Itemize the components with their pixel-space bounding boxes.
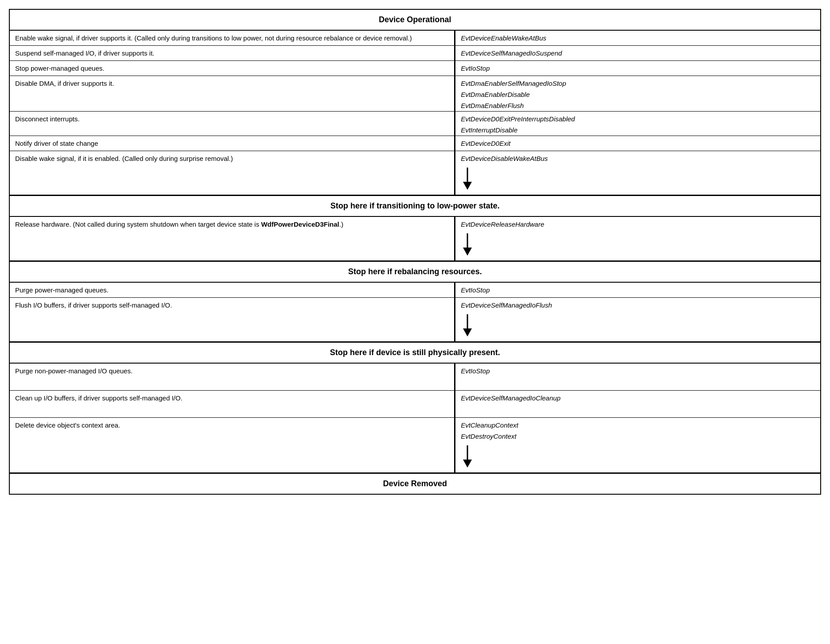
row-1-right: EvtDeviceEnableWakeAtBus: [455, 31, 820, 45]
arrow-down-icon-2: [461, 233, 474, 256]
row-9-right: EvtIoStop: [455, 283, 820, 297]
divider-3: Stop here if device is still physically …: [10, 342, 820, 364]
row-13: Delete device object's context area. Evt…: [10, 418, 820, 473]
row-11-left: Purge non-power-managed I/O queues.: [10, 364, 455, 390]
arrow-down-icon: [461, 168, 474, 190]
row-6: Notify driver of state change EvtDeviceD…: [10, 136, 820, 151]
row-3-right: EvtIoStop: [455, 61, 820, 76]
divider-1: Stop here if transitioning to low-power …: [10, 195, 820, 217]
row-2: Suspend self-managed I/O, if driver supp…: [10, 46, 820, 61]
row-1: Enable wake signal, if driver supports i…: [10, 31, 820, 46]
arrow-down-icon-3: [461, 314, 474, 336]
row-8: Release hardware. (Not called during sys…: [10, 217, 820, 261]
row-8-right: EvtDeviceReleaseHardware: [455, 217, 820, 261]
svg-marker-5: [463, 328, 472, 336]
row-12-left: Clean up I/O buffers, if driver supports…: [10, 391, 455, 417]
row-5-left: Disconnect interrupts.: [10, 112, 455, 136]
row-5-right: EvtDeviceD0ExitPreInterruptsDisabled Evt…: [455, 112, 820, 136]
row-1-left: Enable wake signal, if driver supports i…: [10, 31, 455, 45]
divider-2: Stop here if rebalancing resources.: [10, 261, 820, 283]
row-10-right: EvtDeviceSelfManagedIoFlush: [455, 298, 820, 342]
row-9: Purge power-managed queues. EvtIoStop: [10, 283, 820, 298]
row-2-left: Suspend self-managed I/O, if driver supp…: [10, 46, 455, 60]
footer-title: Device Removed: [10, 473, 820, 494]
row-13-right: EvtCleanupContext EvtDestroyContext: [455, 418, 820, 473]
row-3-left: Stop power-managed queues.: [10, 61, 455, 76]
svg-marker-1: [463, 182, 472, 190]
row-9-left: Purge power-managed queues.: [10, 283, 455, 297]
page-title: Device Operational: [379, 15, 451, 24]
arrow-down-icon-4: [461, 445, 474, 468]
row-13-left: Delete device object's context area.: [10, 418, 455, 473]
row-7: Disable wake signal, if it is enabled. (…: [10, 151, 820, 195]
row-4: Disable DMA, if driver supports it. EvtD…: [10, 76, 820, 112]
row-6-left: Notify driver of state change: [10, 136, 455, 151]
row-6-right: EvtDeviceD0Exit: [455, 136, 820, 151]
row-10-left: Flush I/O buffers, if driver supports se…: [10, 298, 455, 342]
svg-marker-7: [463, 460, 472, 468]
row-5: Disconnect interrupts. EvtDeviceD0ExitPr…: [10, 112, 820, 136]
row-4-right: EvtDmaEnablerSelfManagedIoStop EvtDmaEna…: [455, 76, 820, 111]
row-3: Stop power-managed queues. EvtIoStop: [10, 61, 820, 76]
svg-marker-3: [463, 248, 472, 256]
row-2-right: EvtDeviceSelfManagedIoSuspend: [455, 46, 820, 60]
row-7-left: Disable wake signal, if it is enabled. (…: [10, 151, 455, 195]
row-4-left: Disable DMA, if driver supports it.: [10, 76, 455, 111]
row-11-right: EvtIoStop: [455, 364, 820, 390]
row-10: Flush I/O buffers, if driver supports se…: [10, 298, 820, 342]
row-12-right: EvtDeviceSelfManagedIoCleanup: [455, 391, 820, 417]
row-11: Purge non-power-managed I/O queues. EvtI…: [10, 364, 820, 391]
row-8-left: Release hardware. (Not called during sys…: [10, 217, 455, 261]
row-7-right: EvtDeviceDisableWakeAtBus: [455, 151, 820, 195]
row-12: Clean up I/O buffers, if driver supports…: [10, 391, 820, 418]
